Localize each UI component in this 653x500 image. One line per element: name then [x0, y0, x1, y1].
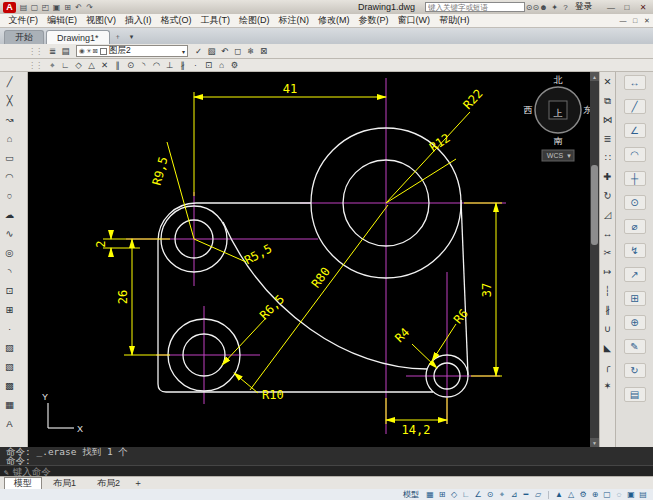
point-tool[interactable]: · — [3, 322, 16, 335]
dim-edit-tool[interactable]: ✎ — [624, 339, 646, 354]
snap-mode-icon[interactable]: ⊞ — [437, 490, 447, 500]
multiline-text-tool[interactable]: A — [3, 417, 16, 430]
extend-tool[interactable]: ↦ — [601, 265, 614, 278]
exchange-apps-icon[interactable]: ✦ — [549, 2, 560, 13]
layer-isolate-icon[interactable]: ◻ — [231, 46, 244, 57]
annotation-visibility-icon[interactable]: ▲ — [554, 490, 564, 499]
explode-tool[interactable]: ✶ — [601, 379, 614, 392]
binoculars-search-icon[interactable]: ⊙⊙ — [527, 2, 538, 13]
workspace-gear-icon[interactable]: ⚙ — [578, 490, 588, 499]
snap-perpendicular-icon[interactable]: ⊥ — [163, 60, 176, 71]
undo-icon[interactable]: ↶ — [73, 2, 84, 13]
snap-endpoint-icon[interactable]: ◇ — [72, 60, 85, 71]
model-space-viewport[interactable]: 41 R22 R12 R9,5 R5,5 R80 R6,5 R10 R6 R4 … — [28, 72, 599, 447]
centerlines[interactable] — [126, 78, 506, 434]
menu-window[interactable]: 窗口(W) — [393, 14, 435, 27]
menu-help[interactable]: 帮助(H) — [435, 14, 475, 27]
wcs-label[interactable]: WCS — [547, 152, 564, 159]
menu-tools[interactable]: 工具(T) — [196, 14, 235, 27]
array-tool[interactable]: ∷ — [601, 151, 614, 164]
chevron-down-icon[interactable]: ▾ — [182, 48, 185, 55]
dynamic-input-icon[interactable]: ⊿ — [509, 490, 519, 500]
make-layer-current-icon[interactable]: ✓ — [192, 46, 205, 57]
object-track-icon[interactable]: ⌖ — [497, 490, 507, 500]
rotate-tool[interactable]: ↻ — [601, 189, 614, 202]
dim-center-mark-tool[interactable]: ⊕ — [624, 315, 646, 330]
snap-center-icon[interactable]: ⊙ — [124, 60, 137, 71]
break-at-point-tool[interactable]: ┆ — [601, 284, 614, 297]
dim-r5-5[interactable]: R5,5 — [242, 242, 274, 268]
polygon-tool[interactable]: ⌂ — [3, 132, 16, 145]
freeze-layer-icon[interactable]: ❄ — [244, 46, 257, 57]
dim-14-2[interactable]: 14,2 — [402, 423, 431, 437]
toolbar-grip[interactable]: ⋮⋮ — [28, 61, 42, 70]
avatar-icon[interactable]: ☻ — [538, 2, 549, 13]
layer-previous-icon[interactable]: ↶ — [218, 46, 231, 57]
dim-arc-length-tool[interactable]: ◠ — [624, 147, 646, 162]
r80-arc-entity[interactable] — [223, 222, 427, 369]
rectangle-tool[interactable]: ▭ — [3, 151, 16, 164]
model-space-toggle[interactable]: 模型 — [403, 489, 419, 500]
create-block-tool[interactable]: ⊞ — [3, 303, 16, 316]
layer-properties-icon[interactable]: ≣ — [46, 46, 59, 57]
dim-26[interactable]: 26 — [116, 290, 130, 304]
snap-from-icon[interactable]: ∟ — [59, 60, 72, 71]
ucs-icon[interactable]: Y X — [42, 392, 83, 434]
new-file-icon[interactable]: ▢ — [29, 2, 40, 13]
help-icon[interactable]: ? — [560, 2, 571, 13]
dim-aligned-tool[interactable]: ╱ — [624, 99, 646, 114]
compass-up-label[interactable]: 上 — [554, 108, 563, 118]
tab-drawing1[interactable]: Drawing1* — [46, 30, 110, 44]
menu-insert[interactable]: 插入(I) — [121, 14, 157, 27]
maximize-button[interactable]: □ — [620, 2, 634, 13]
insert-block-tool[interactable]: ⊡ — [3, 284, 16, 297]
customization-icon[interactable]: ▤ — [638, 490, 648, 499]
snap-insert-icon[interactable]: ⊡ — [202, 60, 215, 71]
temp-track-point-icon[interactable]: ⌖ — [46, 60, 59, 71]
layer-on-icon[interactable]: ◉ — [79, 47, 85, 55]
toolbar-grip[interactable]: ⋮⋮ — [28, 47, 42, 56]
open-file-icon[interactable]: ◰ — [40, 2, 51, 13]
dim-radius-tool[interactable]: ⊙ — [624, 195, 646, 210]
dim-r22[interactable]: R22 — [461, 87, 486, 112]
trim-tool[interactable]: ✂ — [601, 246, 614, 259]
wcs-dropdown-icon[interactable]: ▾ — [567, 152, 571, 159]
hatch-tool[interactable]: ▨ — [3, 341, 16, 354]
new-layout-button[interactable]: ＋ — [131, 477, 145, 489]
osnap-settings-icon[interactable]: ⚙ — [228, 60, 241, 71]
dim-r6[interactable]: R6 — [451, 306, 471, 326]
snap-tangent-icon[interactable]: ◠ — [150, 60, 163, 71]
move-tool[interactable]: ✚ — [601, 170, 614, 183]
tab-model[interactable]: 模型 — [4, 477, 42, 489]
tab-list-dropdown-icon[interactable]: ▾ — [126, 31, 138, 43]
annotation-monitor-icon[interactable]: ⊕ — [590, 490, 600, 499]
snap-parallel-icon[interactable]: ∦ — [176, 60, 189, 71]
search-input[interactable] — [425, 2, 525, 12]
dimension-labels[interactable]: 41 R22 R12 R9,5 R5,5 R80 R6,5 R10 R6 R4 … — [94, 82, 494, 437]
grid-icon[interactable]: ▦ — [425, 490, 435, 500]
layer-dropdown[interactable]: ◉☀⊠ 图层2 ▾ — [76, 45, 188, 57]
snap-midpoint-icon[interactable]: △ — [85, 60, 98, 71]
dim-ordinate-tool[interactable]: ┼ — [624, 171, 646, 186]
vertical-scrollbar[interactable]: ▲ ▼ — [590, 72, 599, 447]
doc-close-button[interactable]: ✕ — [641, 16, 653, 26]
compass-east-label[interactable]: 东 — [583, 105, 591, 115]
snap-extension-icon[interactable]: ∥ — [111, 60, 124, 71]
layer-states-icon[interactable]: ▤ — [59, 46, 72, 57]
quick-properties-icon[interactable]: ▢ — [602, 490, 612, 499]
menu-format[interactable]: 格式(O) — [156, 14, 196, 27]
multileader-tool[interactable]: ↗ — [624, 267, 646, 282]
dim-41[interactable]: 41 — [283, 82, 297, 96]
tangent-line-entity[interactable] — [461, 200, 468, 375]
drawing-canvas[interactable]: 41 R22 R12 R9,5 R5,5 R80 R6,5 R10 R6 R4 … — [28, 72, 590, 447]
polar-tracking-icon[interactable]: ∠ — [473, 490, 483, 500]
construction-line-tool[interactable]: ╳ — [3, 94, 16, 107]
ellipse-tool[interactable]: ◎ — [3, 246, 16, 259]
snap-intersection-icon[interactable]: ✕ — [98, 60, 111, 71]
stretch-tool[interactable]: ↔ — [601, 227, 614, 240]
dim-style-tool[interactable]: ▤ — [624, 387, 646, 402]
tab-layout1[interactable]: 布局1 — [43, 477, 86, 489]
scale-tool[interactable]: ◿ — [601, 208, 614, 221]
menu-file[interactable]: 文件(F) — [4, 14, 43, 27]
minimize-button[interactable]: — — [604, 2, 618, 13]
